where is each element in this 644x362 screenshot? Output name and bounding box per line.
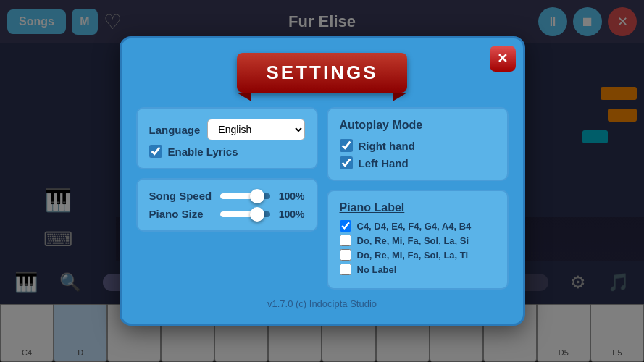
settings-left-column: Language English Spanish French Enable L… (136, 107, 318, 290)
piano-label-text-1: C4, D4, E4, F4, G4, A4, B4 (357, 221, 472, 232)
right-hand-label: Right hand (359, 140, 415, 152)
piano-label-radio-1[interactable] (340, 220, 351, 232)
right-hand-checkbox[interactable] (340, 139, 353, 152)
language-label: Language (149, 124, 201, 136)
piano-label-option-1: C4, D4, E4, F4, G4, A4, B4 (340, 220, 495, 232)
enable-lyrics-checkbox[interactable] (149, 145, 162, 158)
piano-label-option-4: No Label (340, 264, 495, 275)
piano-label-radio-2[interactable] (340, 235, 351, 246)
piano-size-label: Piano Size (149, 208, 214, 220)
settings-body: Language English Spanish French Enable L… (136, 107, 509, 290)
left-hand-label: Left Hand (359, 157, 409, 169)
settings-banner: SETTINGS ✕ (136, 53, 509, 93)
piano-label-title: Piano Label (340, 201, 495, 214)
song-speed-row: Song Speed 100% (149, 190, 305, 202)
slider-section: Song Speed 100% Piano Size 100 (149, 190, 305, 220)
settings-title: SETTINGS (237, 53, 406, 93)
right-hand-row: Right hand (340, 139, 495, 152)
piano-label-panel: Piano Label C4, D4, E4, F4, G4, A4, B4 D… (327, 190, 509, 290)
piano-label-text-2: Do, Re, Mi, Fa, Sol, La, Si (357, 235, 469, 246)
piano-label-option-2: Do, Re, Mi, Fa, Sol, La, Si (340, 235, 495, 246)
version-text: v1.7.0 (c) Indocipta Studio (136, 298, 509, 309)
piano-size-track (220, 211, 270, 217)
piano-label-option-3: Do, Re, Mi, Fa, Sol, La, Ti (340, 249, 495, 261)
settings-right-column: Autoplay Mode Right hand Left Hand Piano… (327, 107, 509, 290)
speed-size-panel: Song Speed 100% Piano Size 100 (136, 178, 318, 232)
piano-size-row: Piano Size 100% (149, 208, 305, 220)
piano-label-text-3: Do, Re, Mi, Fa, Sol, La, Ti (357, 250, 469, 261)
piano-label-radio-4[interactable] (340, 264, 351, 275)
song-speed-track (220, 193, 270, 199)
settings-close-button[interactable]: ✕ (490, 46, 516, 72)
song-speed-value: 100% (276, 190, 305, 202)
piano-size-value: 100% (276, 209, 305, 220)
enable-lyrics-label: Enable Lyrics (168, 146, 238, 158)
autoplay-panel: Autoplay Mode Right hand Left Hand (327, 107, 509, 181)
language-select[interactable]: English Spanish French (207, 119, 304, 140)
language-row: Language English Spanish French (149, 119, 305, 140)
piano-label-radio-3[interactable] (340, 249, 351, 261)
piano-label-text-4: No Label (357, 264, 397, 275)
settings-dialog: SETTINGS ✕ Language English Spanish Fren… (120, 36, 525, 326)
song-speed-label: Song Speed (149, 190, 214, 202)
song-speed-thumb[interactable] (250, 189, 264, 203)
enable-lyrics-row: Enable Lyrics (149, 145, 305, 158)
piano-size-thumb[interactable] (250, 207, 264, 222)
language-panel: Language English Spanish French Enable L… (136, 107, 318, 169)
autoplay-title: Autoplay Mode (340, 119, 495, 132)
left-hand-checkbox[interactable] (340, 156, 353, 169)
left-hand-row: Left Hand (340, 156, 495, 169)
